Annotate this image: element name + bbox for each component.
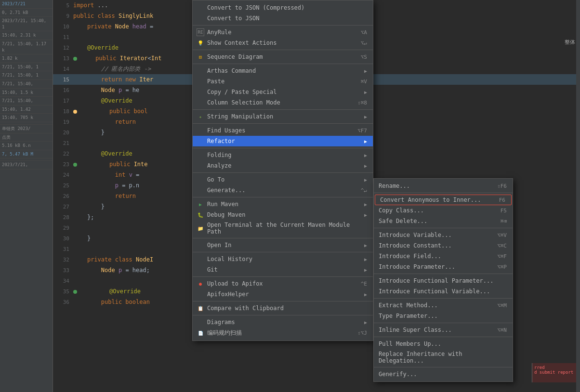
menu-item-anyrule[interactable]: RE AnyRule ⌥A [193, 27, 373, 38]
submenu-shortcut-inline-super-class: ⌥⌘N [497, 327, 507, 333]
string-manipulation-icon: ✦ [197, 113, 204, 120]
error-text-1: rred [534, 365, 578, 370]
menu-separator [193, 50, 373, 50]
menu-item-debug-maven[interactable]: 🐛 Debug Maven ▶ [193, 209, 373, 220]
submenu-item-safe-delete[interactable]: Safe Delete... ⌘⌫ [374, 216, 513, 226]
submenu-shortcut-rename: ⇧F6 [497, 183, 507, 189]
menu-item-generate[interactable]: Generate... ^↵ [193, 185, 373, 196]
menu-shortcut-coding-scan: ⇧⌥J [357, 330, 367, 336]
refactor-submenu: Rename... ⇧F6 Convert Anonymous to Inner… [373, 178, 513, 382]
submenu-item-extract-method[interactable]: Extract Method... ⌥⌘M [374, 300, 513, 311]
menu-item-convert-json-compressed[interactable]: Convert to JSON (Compressed) [193, 2, 373, 13]
submenu-item-pull-members-up[interactable]: Pull Members Up... [374, 339, 513, 349]
menu-shortcut-anyrule: ⌥A [361, 29, 367, 36]
history-item[interactable]: 2023/7/21 [0, 0, 53, 9]
menu-item-local-history[interactable]: Local History ▶ [193, 254, 373, 264]
menu-item-diagrams[interactable]: Diagrams ▶ [193, 317, 373, 327]
menu-item-open-terminal[interactable]: 📁 Open Terminal at the Current Maven Mod… [193, 220, 373, 236]
history-item[interactable]: 2023/7/21, 15:40, 1 [0, 17, 53, 31]
submenu-item-rename[interactable]: Rename... ⇧F6 [374, 181, 513, 191]
menu-item-upload-apifox[interactable]: ● Upload to Apifox ^E [193, 278, 373, 289]
menu-label-diagrams: Diagrams [207, 319, 235, 326]
history-item[interactable]: 0, 2.71 kB [0, 9, 53, 17]
find-usages-icon [197, 127, 204, 134]
submenu-shortcut-extract-method: ⌥⌘M [497, 302, 507, 309]
history-item[interactable]: 1.82 k [0, 54, 53, 63]
history-item[interactable]: 点类 [0, 133, 53, 142]
submenu-item-introduce-functional-var[interactable]: Introduce Functional Variable... [374, 286, 513, 297]
submenu-item-replace-inheritance[interactable]: Replace Inheritance with Delegation... [374, 349, 513, 366]
submenu-label-introduce-parameter: Introduce Parameter... [379, 263, 497, 270]
menu-item-git[interactable]: Git ▶ [193, 264, 373, 275]
menu-item-string-manipulation[interactable]: ✦ String Manipulation ▶ [193, 111, 373, 122]
submenu-item-introduce-parameter[interactable]: Introduce Parameter... ⌥⌘P [374, 261, 513, 272]
menu-label-open-terminal: Open Terminal at the Current Maven Modul… [207, 222, 367, 235]
menu-item-run-maven[interactable]: ▶ Run Maven ▶ [193, 199, 373, 209]
menu-label-folding: Folding [207, 152, 232, 158]
submenu-item-introduce-functional-param[interactable]: Introduce Functional Parameter... [374, 275, 513, 286]
menu-item-apifox-helper[interactable]: ApifoxHelper ▶ [193, 289, 373, 300]
menu-item-convert-json[interactable]: Convert to JSON [193, 13, 373, 24]
apifox-helper-icon [197, 290, 204, 298]
history-item[interactable]: 2023/7/21, [0, 161, 53, 170]
menu-label-upload-apifox: Upload to Apifox [207, 280, 263, 287]
menu-item-coding-scan[interactable]: 📄 编码规约扫描 ⇧⌥J [193, 327, 373, 339]
history-item[interactable]: 7/21, 15:40, 1.17 k [0, 40, 53, 54]
menu-label-copy-paste-special: Copy / Paste Special [207, 89, 277, 95]
menu-item-sequence-diagram[interactable]: ⊞ Sequence Diagram ⌥S [193, 52, 373, 62]
history-item[interactable]: 7, 5.47 kB M [0, 150, 53, 159]
menu-item-refactor[interactable]: Refactor ▶ [193, 136, 373, 146]
menu-item-arthas-command[interactable]: Arthas Command ▶ [193, 65, 373, 76]
submenu-separator [374, 367, 513, 367]
menu-item-open-in[interactable]: Open In ▶ [193, 240, 373, 250]
history-item[interactable]: 7/21, 15:40, 1 [0, 71, 53, 80]
history-item[interactable]: 7/21, 15:40, 1 [0, 63, 53, 72]
history-item[interactable]: 15:40, 2.31 k [0, 31, 53, 40]
submenu-separator [374, 323, 513, 323]
history-item[interactable]: 15:40, 1.42 [0, 105, 53, 114]
sequence-diagram-icon: ⊞ [197, 53, 204, 61]
submenu-item-generify[interactable]: Generify... [374, 369, 513, 379]
folding-arrow: ▶ [364, 153, 367, 158]
menu-item-go-to[interactable]: Go To ▶ [193, 174, 373, 185]
copy-paste-arrow: ▶ [364, 90, 367, 95]
menu-item-compare-clipboard[interactable]: 📋 Compare with Clipboard [193, 303, 373, 314]
menu-label-show-context-actions: Show Context Actions [207, 39, 277, 46]
submenu-item-copy-class[interactable]: Copy Class... F5 [374, 205, 513, 216]
submenu-item-type-parameter[interactable]: Type Parameter... [374, 311, 513, 321]
menu-shortcut-apifox: ^E [361, 281, 367, 287]
run-maven-arrow: ▶ [364, 202, 367, 207]
git-arrow: ▶ [364, 267, 367, 273]
submenu-label-generify: Generify... [379, 371, 507, 378]
menu-label-open-in: Open In [207, 242, 232, 248]
submenu-item-introduce-field[interactable]: Introduce Field... ⌥⌘F [374, 251, 513, 261]
menu-label-debug-maven: Debug Maven [207, 211, 245, 218]
menu-label-find-usages: Find Usages [207, 127, 245, 134]
submenu-item-introduce-constant[interactable]: Introduce Constant... ⌥⌘C [374, 240, 513, 251]
menu-item-column-selection[interactable]: Column Selection Mode ⇧⌘8 [193, 97, 373, 108]
menu-item-find-usages[interactable]: Find Usages ⌥F7 [193, 125, 373, 136]
scrollbar-track[interactable] [576, 0, 580, 392]
menu-item-show-context-actions[interactable]: 💡 Show Context Actions ⌥↵ [193, 38, 373, 48]
submenu-item-inline-super-class[interactable]: Inline Super Class... ⌥⌘N [374, 325, 513, 335]
menu-item-analyze[interactable]: Analyze ▶ [193, 160, 373, 171]
menu-item-copy-paste-special[interactable]: Copy / Paste Special ▶ [193, 87, 373, 97]
history-item[interactable]: 15:40, 1.5 k [0, 89, 53, 97]
arthas-icon [197, 67, 204, 75]
error-panel: rred d submit report [532, 363, 580, 382]
local-history-icon [197, 255, 204, 263]
history-item[interactable]: 7/21, 15:40, [0, 97, 53, 105]
menu-item-folding[interactable]: Folding ▶ [193, 150, 373, 160]
menu-item-paste[interactable]: Paste ⌘V [193, 76, 373, 87]
submenu-label-introduce-variable: Introduce Variable... [379, 232, 497, 238]
submenu-item-introduce-variable[interactable]: Introduce Variable... ⌥⌘V [374, 230, 513, 240]
analyze-icon [197, 162, 204, 170]
menu-separator [193, 64, 373, 64]
menu-label-coding-scan: 编码规约扫描 [207, 329, 242, 337]
history-item[interactable]: 5.16 kB 6.n [0, 142, 53, 150]
history-item[interactable]: 15:40, 705 k [0, 114, 53, 122]
menu-label-anyrule: AnyRule [207, 29, 232, 36]
history-item[interactable]: 7/21, 15:40, [0, 80, 53, 89]
history-item[interactable]: 单链类 2023/ [0, 125, 53, 133]
submenu-item-convert-anonymous[interactable]: Convert Anonymous to Inner... F6 [375, 195, 512, 205]
